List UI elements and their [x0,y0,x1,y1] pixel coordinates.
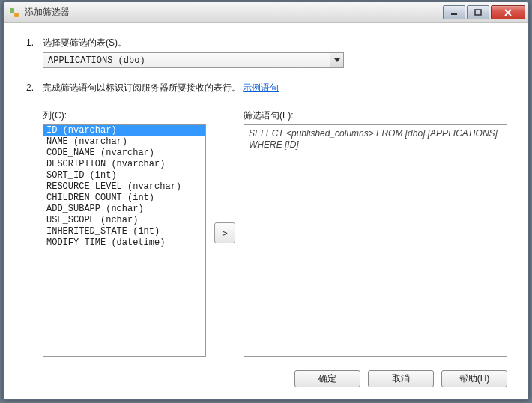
svg-rect-1 [475,10,481,15]
step-1: 1. 选择要筛选的表(S)。 APPLICATIONS (dbo) [26,37,507,68]
column-item[interactable]: CODE_NAME (nvarchar) [43,148,205,159]
dialog-window: 添加筛选器 1. 选择要筛选的表(S)。 APPLICATIONS (db [3,1,529,400]
example-link[interactable]: 示例语句 [243,82,279,93]
table-combobox[interactable]: APPLICATIONS (dbo) [43,52,344,68]
svg-rect-0 [451,13,457,15]
title-bar[interactable]: 添加筛选器 [4,2,528,23]
client-area: 1. 选择要筛选的表(S)。 APPLICATIONS (dbo) 2. 完成筛… [4,23,528,399]
column-item[interactable]: RESOURCE_LEVEL (nvarchar) [43,181,205,193]
window-title: 添加筛选器 [25,6,441,19]
window-buttons [441,5,525,19]
close-button[interactable] [491,5,525,19]
filter-text: SELECT <published_columns> FROM [dbo].[A… [249,128,500,150]
dialog-buttons: 确定 取消 帮助(H) [26,370,507,387]
step-2: 2. 完成筛选语句以标识订阅服务器所要接收的表行。 示例语句 [26,82,507,97]
ok-button[interactable]: 确定 [294,370,360,387]
column-item[interactable]: USE_SCOPE (nchar) [43,215,205,226]
step-2-number: 2. [26,82,43,97]
columns-listbox[interactable]: ID (nvarchar)NAME (nvarchar)CODE_NAME (n… [43,124,206,357]
table-combobox-value: APPLICATIONS (dbo) [43,55,330,66]
minimize-button[interactable] [443,5,465,19]
text-cursor [300,141,300,150]
filter-textarea[interactable]: SELECT <published_columns> FROM [dbo].[A… [244,124,507,357]
step-1-number: 1. [26,37,43,68]
maximize-button[interactable] [467,5,489,19]
cancel-button[interactable]: 取消 [368,370,434,387]
column-item[interactable]: INHERITED_STATE (int) [43,226,205,237]
column-item[interactable]: MODIFY_TIME (datetime) [43,237,205,249]
close-icon [504,9,513,16]
chevron-down-icon[interactable] [330,53,343,67]
step-2-text: 完成筛选语句以标识订阅服务器所要接收的表行。 [43,82,241,93]
column-item[interactable]: DESCRIPTION (nvarchar) [43,159,205,170]
step-2-label: 完成筛选语句以标识订阅服务器所要接收的表行。 示例语句 [43,82,507,94]
column-item[interactable]: SORT_ID (int) [43,170,205,181]
filter-builder: 列(C): ID (nvarchar)NAME (nvarchar)CODE_N… [43,109,507,357]
step-1-label: 选择要筛选的表(S)。 [43,37,507,49]
column-item[interactable]: ADD_SUBAPP (nchar) [43,204,205,215]
column-item[interactable]: NAME (nvarchar) [43,136,205,148]
column-item[interactable]: CHILDREN_COUNT (int) [43,193,205,204]
filter-label: 筛选语句(F): [244,109,507,122]
app-icon [8,7,20,19]
column-item[interactable]: ID (nvarchar) [43,125,205,136]
help-button[interactable]: 帮助(H) [441,370,507,387]
add-column-button[interactable]: > [214,222,235,243]
maximize-icon [474,9,482,16]
minimize-icon [450,9,458,16]
columns-label: 列(C): [43,109,206,122]
